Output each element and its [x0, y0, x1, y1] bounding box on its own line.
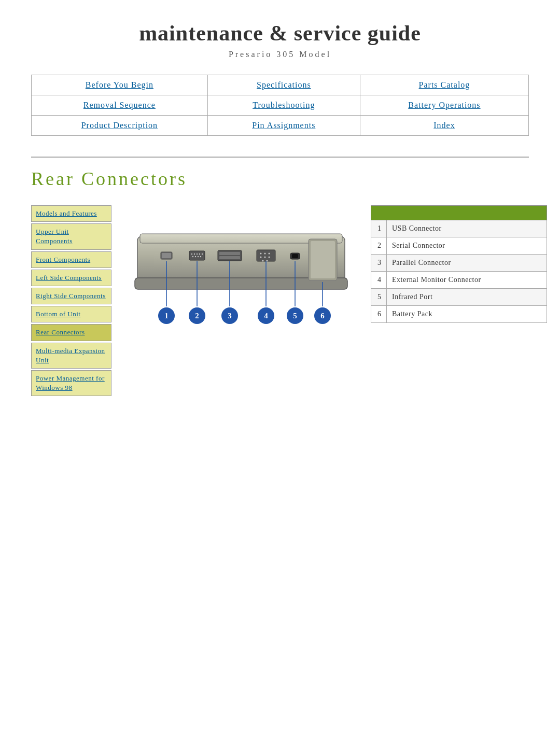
svg-point-6 — [191, 254, 192, 255]
connector-row-0: 1USB Connector — [371, 220, 547, 237]
page-subtitle: Presario 305 Model — [31, 50, 529, 59]
sidebar-link-8[interactable]: Power Management for Windows 98 — [36, 374, 107, 392]
connector-row-4: 5Infrared Port — [371, 289, 547, 306]
svg-point-10 — [202, 254, 203, 255]
svg-point-8 — [197, 254, 198, 255]
svg-text:3: 3 — [228, 312, 232, 320]
sidebar-link-7[interactable]: Multi-media Expansion Unit — [36, 346, 107, 365]
svg-rect-28 — [292, 254, 298, 258]
sidebar-item-7[interactable]: Multi-media Expansion Unit — [31, 343, 111, 369]
svg-rect-17 — [219, 256, 240, 259]
svg-point-22 — [260, 257, 262, 258]
svg-point-19 — [260, 253, 262, 255]
nav-link-0-1[interactable]: Specifications — [257, 80, 311, 89]
svg-point-26 — [267, 260, 268, 262]
sidebar-item-3[interactable]: Left Side Components — [31, 270, 111, 286]
connector-num-3: 4 — [371, 272, 387, 289]
connector-label-2: Parallel Connector — [387, 255, 547, 272]
connector-num-1: 2 — [371, 237, 387, 255]
sidebar-item-6[interactable]: Rear Connectors — [31, 324, 111, 341]
svg-point-14 — [200, 256, 201, 257]
nav-link-1-0[interactable]: Removal Sequence — [83, 101, 156, 109]
svg-point-20 — [264, 253, 266, 255]
sidebar-link-3[interactable]: Left Side Components — [36, 273, 107, 283]
nav-cell-1-1[interactable]: Troubleshooting — [207, 95, 360, 116]
sidebar-item-5[interactable]: Bottom of Unit — [31, 306, 111, 322]
connector-row-3: 4External Monitor Connector — [371, 272, 547, 289]
sidebar-link-1[interactable]: Upper Unit Components — [36, 227, 107, 246]
nav-link-2-2[interactable]: Index — [433, 121, 455, 130]
svg-text:6: 6 — [320, 312, 325, 320]
diagram-area: 1 2 3 4 5 6 — [122, 205, 360, 398]
connector-label-0: USB Connector — [387, 220, 547, 237]
nav-cell-2-0[interactable]: Product Description — [32, 116, 208, 136]
svg-rect-16 — [219, 252, 240, 255]
main-content: Models and FeaturesUpper Unit Components… — [31, 205, 529, 398]
connector-num-0: 1 — [371, 220, 387, 237]
svg-text:2: 2 — [195, 312, 199, 320]
nav-table: Before You BeginSpecificationsParts Cata… — [31, 75, 529, 136]
nav-link-2-0[interactable]: Product Description — [81, 121, 158, 130]
svg-rect-4 — [162, 253, 171, 258]
connector-row-2: 3Parallel Connector — [371, 255, 547, 272]
sidebar-item-4[interactable]: Right Side Components — [31, 288, 111, 304]
sidebar-item-8[interactable]: Power Management for Windows 98 — [31, 370, 111, 396]
svg-point-11 — [192, 256, 193, 257]
connector-label-3: External Monitor Connector — [387, 272, 547, 289]
connector-row-5: 6Battery Pack — [371, 306, 547, 323]
connector-num-4: 5 — [371, 289, 387, 306]
sidebar: Models and FeaturesUpper Unit Components… — [31, 205, 111, 398]
sidebar-link-2[interactable]: Front Components — [36, 255, 107, 264]
svg-point-21 — [269, 253, 270, 255]
svg-text:4: 4 — [264, 312, 268, 320]
divider — [31, 157, 529, 158]
connector-num-2: 3 — [371, 255, 387, 272]
connector-num-5: 6 — [371, 306, 387, 323]
nav-link-0-2[interactable]: Parts Catalog — [419, 80, 470, 89]
svg-point-7 — [194, 254, 195, 255]
nav-cell-2-2[interactable]: Index — [360, 116, 528, 136]
laptop-diagram: 1 2 3 4 5 6 — [122, 205, 360, 350]
svg-point-13 — [198, 256, 199, 257]
sidebar-link-0[interactable]: Models and Features — [36, 209, 107, 218]
svg-point-12 — [195, 256, 196, 257]
nav-cell-2-1[interactable]: Pin Assignments — [207, 116, 360, 136]
section-title: Rear Connectors — [31, 168, 529, 190]
svg-text:5: 5 — [293, 312, 297, 320]
nav-cell-1-2[interactable]: Battery Operations — [360, 95, 528, 116]
connector-row-1: 2Serial Connector — [371, 237, 547, 255]
svg-point-9 — [199, 254, 200, 255]
nav-cell-0-0[interactable]: Before You Begin — [32, 75, 208, 95]
svg-rect-30 — [311, 241, 335, 278]
svg-rect-18 — [257, 250, 275, 261]
nav-link-0-0[interactable]: Before You Begin — [86, 80, 153, 89]
svg-point-23 — [264, 257, 266, 258]
sidebar-link-6[interactable]: Rear Connectors — [36, 328, 107, 337]
page-main-title: maintenance & service guide — [31, 21, 529, 46]
sidebar-item-0[interactable]: Models and Features — [31, 205, 111, 222]
connector-table: 1USB Connector2Serial Connector3Parallel… — [371, 205, 547, 323]
svg-point-24 — [269, 257, 270, 258]
svg-text:1: 1 — [164, 312, 169, 320]
sidebar-item-1[interactable]: Upper Unit Components — [31, 223, 111, 249]
nav-cell-1-0[interactable]: Removal Sequence — [32, 95, 208, 116]
connector-label-5: Battery Pack — [387, 306, 547, 323]
sidebar-link-4[interactable]: Right Side Components — [36, 291, 107, 301]
nav-cell-0-1[interactable]: Specifications — [207, 75, 360, 95]
svg-point-25 — [262, 260, 264, 262]
sidebar-link-5[interactable]: Bottom of Unit — [36, 309, 107, 319]
connector-label-1: Serial Connector — [387, 237, 547, 255]
nav-link-2-1[interactable]: Pin Assignments — [252, 121, 315, 130]
connector-label-4: Infrared Port — [387, 289, 547, 306]
header: maintenance & service guide Presario 305… — [31, 21, 529, 59]
page-container: maintenance & service guide Presario 305… — [0, 0, 560, 429]
connector-table-header — [371, 206, 547, 220]
nav-cell-0-2[interactable]: Parts Catalog — [360, 75, 528, 95]
svg-rect-5 — [189, 251, 205, 260]
nav-link-1-1[interactable]: Troubleshooting — [253, 101, 315, 109]
sidebar-item-2[interactable]: Front Components — [31, 251, 111, 268]
nav-link-1-2[interactable]: Battery Operations — [408, 101, 480, 109]
